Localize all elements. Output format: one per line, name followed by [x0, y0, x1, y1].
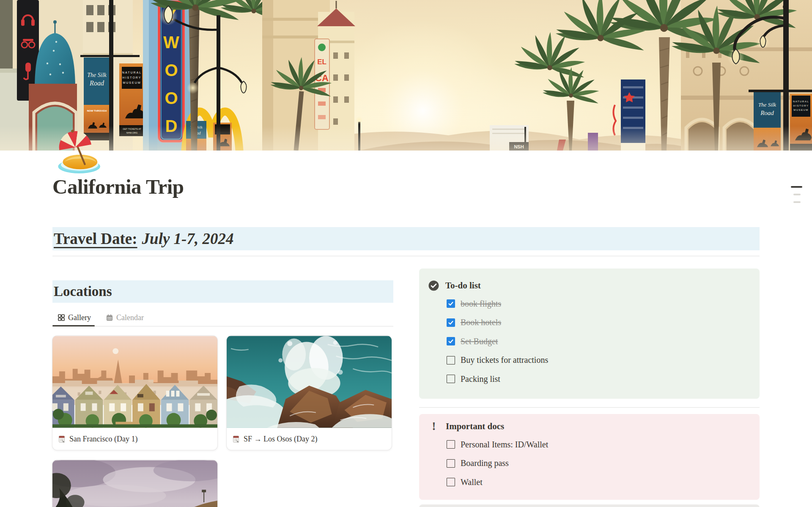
next-panel-edge — [419, 504, 760, 507]
docs-title: Important docs — [446, 421, 504, 432]
travel-date-label: Travel Date: — [54, 230, 137, 248]
card-title: SF → Los Osos (Day 2) — [244, 435, 318, 444]
beach-with-umbrella-icon — [55, 128, 101, 174]
gallery-grid-icon — [58, 314, 65, 321]
checkbox-checked[interactable] — [447, 299, 455, 308]
card-caption: SF → Los Osos (Day 2) — [227, 428, 392, 450]
docs-item: Personal Items: ID/Wallet — [447, 435, 749, 454]
hollywood-sign-image: HOLLYWOOD — [52, 460, 217, 507]
checkbox-unchecked[interactable] — [447, 459, 455, 468]
toc-line-active — [791, 186, 802, 188]
docs-header: ! Important docs — [428, 420, 749, 433]
tab-gallery-label: Gallery — [68, 313, 91, 322]
todo-item: Set Budget — [447, 332, 749, 351]
todo-item: Buy tickets for attractions — [447, 351, 749, 370]
card-caption: San Francisco (Day 1) — [52, 428, 217, 450]
svg-text:Road: Road — [89, 79, 104, 87]
checkbox-checked[interactable] — [447, 318, 455, 327]
todo-item: Book hotels — [447, 313, 749, 332]
docs-item: Boarding pass — [447, 454, 749, 473]
gallery-card-hollywood[interactable]: HOLLYWOOD — [52, 460, 218, 507]
svg-text:The Silk: The Silk — [87, 72, 107, 78]
checkbox-unchecked[interactable] — [447, 356, 455, 364]
svg-text:NOW THROUGH: NOW THROUGH — [87, 110, 107, 112]
museum-banner: NATURAL HISTORY MUSEUM GET TICKETS AT NH… — [119, 63, 145, 136]
exclamation-icon: ! — [428, 420, 439, 433]
san-francisco-painted-ladies-image — [52, 336, 217, 428]
todo-item-label: book flights — [461, 299, 501, 309]
memo-page-icon — [233, 436, 240, 443]
card-title: San Francisco (Day 1) — [69, 435, 137, 444]
tab-gallery[interactable]: Gallery — [58, 309, 91, 326]
check-circle-icon — [428, 280, 439, 291]
ocean-waves-rocks-image — [227, 336, 392, 428]
checkbox-unchecked[interactable] — [447, 375, 455, 383]
todo-item: Packing list — [447, 370, 749, 389]
toc-line — [793, 201, 801, 203]
svg-text:Road: Road — [760, 110, 774, 116]
table-of-contents-indicator[interactable] — [790, 186, 802, 209]
todo-items: book flights Book hotels Set Budget Buy … — [447, 294, 749, 389]
svg-text:EL: EL — [317, 58, 326, 66]
docs-item-label: Personal Items: ID/Wallet — [461, 440, 548, 449]
svg-text:O: O — [165, 61, 178, 79]
travel-date-value: July 1-7, 2024 — [142, 230, 234, 248]
svg-text:NATURAL: NATURAL — [122, 71, 142, 74]
todo-item: book flights — [447, 294, 749, 313]
svg-text:NATURAL: NATURAL — [793, 100, 809, 103]
docs-item: Wallet — [447, 473, 749, 492]
checkbox-checked[interactable] — [447, 337, 455, 345]
memo-page-icon — [58, 436, 66, 443]
page-icon-beach-umbrella[interactable] — [55, 128, 101, 174]
todo-title: To-do list — [445, 280, 481, 291]
view-tabs: Gallery Calendar — [52, 309, 393, 326]
docs-item-label: Wallet — [461, 477, 483, 487]
travel-date-block: Travel Date: July 1-7, 2024 — [52, 227, 760, 250]
todo-header: To-do list — [428, 280, 749, 291]
docs-item-label: Boarding pass — [461, 458, 509, 468]
important-docs-panel: ! Important docs Personal Items: ID/Wall… — [419, 414, 760, 500]
calendar-icon — [106, 314, 113, 321]
hollywood-boulevard-sunset-art: NSH — [0, 0, 812, 151]
cover-image: NSH — [0, 0, 812, 151]
todo-item-label: Packing list — [461, 374, 500, 384]
todo-item-label: Book hotels — [461, 318, 501, 327]
gallery-card-sf-los-osos[interactable]: SF → Los Osos (Day 2) — [226, 335, 392, 450]
checkbox-unchecked[interactable] — [447, 478, 455, 486]
divider — [52, 256, 760, 256]
svg-text:The Silk: The Silk — [758, 101, 776, 108]
todo-item-label: Set Budget — [461, 337, 498, 346]
page-title: California Trip — [52, 175, 184, 199]
tab-calendar-label: Calendar — [116, 313, 144, 322]
toc-line — [793, 194, 801, 195]
svg-text:O: O — [165, 89, 178, 107]
docs-items: Personal Items: ID/Wallet Boarding pass … — [447, 435, 749, 492]
todo-item-label: Buy tickets for attractions — [461, 355, 548, 365]
divider — [419, 407, 760, 408]
gallery-card-san-francisco[interactable]: San Francisco (Day 1) — [52, 335, 218, 450]
svg-text:MUSEUM: MUSEUM — [123, 81, 141, 84]
svg-text:HISTORY: HISTORY — [793, 104, 809, 107]
svg-text:MUSEUM: MUSEUM — [793, 109, 809, 111]
locations-heading: Locations — [52, 280, 393, 303]
svg-text:W: W — [163, 33, 179, 52]
checkbox-unchecked[interactable] — [447, 440, 455, 449]
todo-list-panel: To-do list book flights Book hotels Set … — [419, 269, 760, 399]
svg-text:HISTORY: HISTORY — [123, 76, 142, 79]
tab-calendar[interactable]: Calendar — [106, 309, 144, 326]
